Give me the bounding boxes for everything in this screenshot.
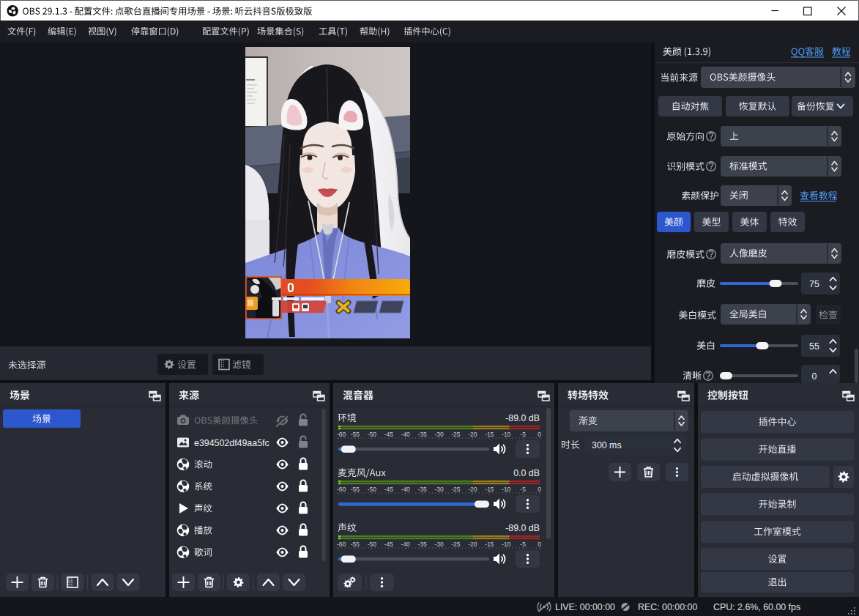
svg-text:0: 0: [287, 281, 294, 295]
svg-text:-15: -15: [485, 486, 494, 493]
svg-text:-45: -45: [384, 486, 394, 493]
svg-text:-50: -50: [368, 486, 377, 493]
svg-text:-15: -15: [485, 431, 494, 438]
svg-text:-30: -30: [434, 486, 444, 493]
svg-text:-15: -15: [485, 541, 494, 548]
svg-text:0.0 dB: 0.0 dB: [513, 468, 540, 478]
svg-text:-30: -30: [434, 541, 444, 548]
svg-text:-60: -60: [337, 431, 346, 438]
svg-text:-5: -5: [520, 431, 526, 438]
svg-text:75: 75: [809, 279, 819, 289]
svg-text:-20: -20: [468, 486, 477, 493]
svg-text:REC: 00:00:00: REC: 00:00:00: [638, 602, 697, 612]
svg-text:-60: -60: [337, 541, 346, 548]
svg-text:-45: -45: [384, 541, 394, 548]
svg-text:-35: -35: [417, 541, 427, 548]
svg-text:-5: -5: [520, 541, 526, 548]
svg-text:0: 0: [812, 371, 817, 382]
svg-text:-50: -50: [368, 541, 377, 548]
svg-text:-10: -10: [502, 431, 511, 438]
svg-text:-25: -25: [451, 431, 461, 438]
svg-text:-55: -55: [351, 541, 360, 548]
svg-text:-35: -35: [417, 431, 427, 438]
svg-text:300 ms: 300 ms: [592, 440, 622, 450]
svg-text:0: 0: [538, 486, 541, 493]
svg-text:-50: -50: [368, 431, 377, 438]
svg-text:-40: -40: [401, 486, 411, 493]
svg-text:-89.0 dB: -89.0 dB: [505, 413, 540, 423]
svg-text:LIVE: 00:00:00: LIVE: 00:00:00: [555, 602, 615, 612]
svg-text:-25: -25: [451, 486, 461, 493]
svg-text:e394502df49aa5fc: e394502df49aa5fc: [194, 438, 269, 448]
svg-text:0: 0: [538, 541, 541, 548]
svg-text:-45: -45: [384, 431, 394, 438]
svg-text:-55: -55: [351, 486, 360, 493]
svg-text:-35: -35: [417, 486, 427, 493]
svg-text:-10: -10: [502, 541, 511, 548]
svg-text:-40: -40: [401, 431, 411, 438]
svg-text:-20: -20: [468, 541, 477, 548]
svg-text:-30: -30: [434, 431, 444, 438]
svg-text:-55: -55: [351, 431, 360, 438]
svg-text:-25: -25: [451, 541, 461, 548]
svg-text:-89.0 dB: -89.0 dB: [505, 523, 540, 533]
svg-text:-5: -5: [520, 486, 526, 493]
svg-text:-60: -60: [337, 486, 346, 493]
svg-text:CPU: 2.6%, 60.00 fps: CPU: 2.6%, 60.00 fps: [713, 602, 800, 612]
svg-text:55: 55: [809, 341, 819, 352]
svg-text:-40: -40: [401, 541, 411, 548]
svg-text:-10: -10: [502, 486, 511, 493]
svg-text:-20: -20: [468, 431, 477, 438]
svg-text:0: 0: [538, 431, 541, 438]
